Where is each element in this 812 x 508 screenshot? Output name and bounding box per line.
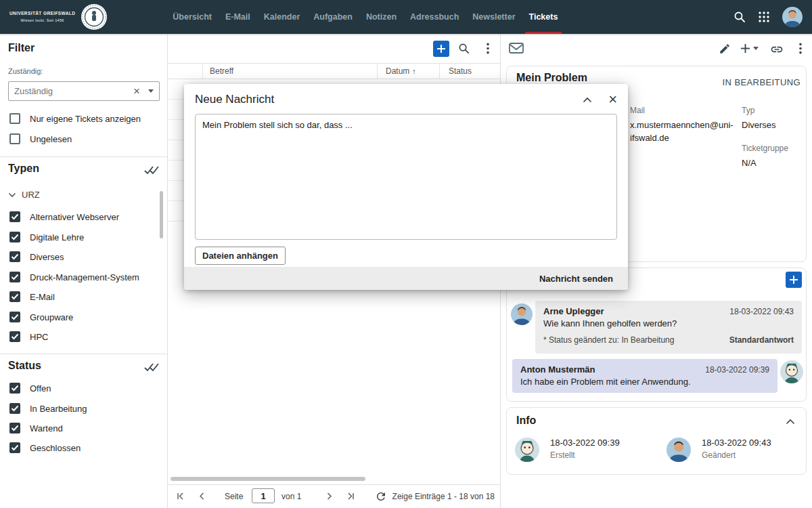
link-icon[interactable] (770, 43, 784, 56)
checkbox-unchecked-icon (9, 133, 20, 144)
apps-grid-icon[interactable] (758, 11, 770, 23)
info-entry-erstellt: 18-03-2022 09:39 Erstellt (515, 438, 620, 462)
type-group-urz[interactable]: URZ (8, 190, 40, 200)
page-of-label: von 1 (281, 492, 301, 501)
checkbox-checked-icon (9, 232, 20, 242)
ticketgruppe-field: Ticketgruppe N/A (742, 144, 788, 169)
nav-tab-uebersicht[interactable]: Übersicht (173, 0, 212, 34)
info-title: Info (516, 415, 536, 427)
checkbox-checked-icon (9, 272, 20, 282)
filter-option-eigene-tickets[interactable]: Nur eigene Tickets anzeigen (9, 112, 160, 125)
status-filter-geschlossen[interactable]: Geschlossen (9, 442, 160, 454)
nav-tab-newsletter[interactable]: Newsletter (472, 0, 515, 34)
filter-sidebar: Filter Zuständig: Zuständig × Nur eigene… (0, 34, 168, 508)
checkbox-checked-icon (9, 423, 20, 433)
add-dropdown-button[interactable] (740, 43, 759, 54)
typ-field: Typ Diverses (742, 106, 776, 131)
clear-icon[interactable]: × (133, 85, 140, 97)
collapse-dialog-icon[interactable] (581, 96, 593, 104)
university-logo-text: UNIVERSITÄT GREIFSWALD Wissen lockt. Sei… (9, 10, 75, 23)
sidebar-scrollbar[interactable] (160, 191, 163, 238)
list-more-options-icon[interactable] (484, 43, 491, 54)
avatar-anton-mustermaen (780, 360, 803, 383)
standard-reply-tag: Standardantwort (729, 335, 794, 345)
send-message-button[interactable]: Nachricht senden (535, 273, 617, 284)
type-filter-digitale-lehre[interactable]: Digitale Lehre (9, 231, 160, 243)
plus-icon (740, 43, 750, 54)
new-ticket-button[interactable] (433, 41, 449, 57)
last-page-button[interactable] (346, 492, 355, 501)
column-header-select[interactable] (168, 64, 203, 79)
nav-tab-tickets[interactable]: Tickets (529, 0, 558, 34)
caret-down-icon (753, 47, 759, 50)
checkbox-checked-icon (9, 312, 20, 322)
nav-tab-adressbuch[interactable]: Adressbuch (410, 0, 459, 34)
filter-title: Filter (8, 42, 35, 54)
info-card: Info 18-03-2022 09:39 Erstellt 18-03-202… (506, 407, 807, 475)
search-tickets-icon[interactable] (458, 43, 470, 54)
column-header-betreff[interactable]: Betreff (203, 64, 378, 79)
message-textarea[interactable]: Mein Problem stell sich so dar, dass ... (195, 114, 617, 240)
message-text: Wie kann Ihnen geholfen werden? (543, 318, 794, 329)
assignee-label: Zuständig: (8, 67, 43, 75)
checkbox-unchecked-icon (9, 113, 20, 124)
column-header-datum[interactable]: Datum ↑ (378, 64, 440, 79)
search-icon[interactable] (734, 11, 746, 23)
message-timestamp: 18-03-2022 09:39 (705, 365, 769, 375)
type-filter-alternativer-webserver[interactable]: Alternativer Webserver (9, 211, 160, 223)
type-filter-email[interactable]: E-Mail (9, 291, 160, 303)
add-message-button[interactable] (786, 272, 802, 288)
nav-tab-email[interactable]: E-Mail (225, 0, 250, 34)
nav-tab-aufgaben[interactable]: Aufgaben (313, 0, 353, 34)
type-filter-groupware[interactable]: Groupware (9, 311, 160, 323)
caret-down-icon[interactable] (148, 89, 154, 93)
checkbox-checked-icon (9, 331, 20, 342)
edit-icon[interactable] (719, 43, 731, 55)
pagination-bar: Seite von 1 Zeige Einträge 1 - 18 von 18 (168, 484, 500, 508)
dialog-footer: Nachricht senden (184, 267, 628, 290)
previous-page-button[interactable] (198, 492, 206, 501)
select-all-types-icon[interactable] (144, 165, 159, 175)
status-change-note: * Status geändert zu: In Bearbeitung (543, 335, 674, 345)
user-avatar[interactable] (782, 7, 803, 27)
column-header-status[interactable]: Status (440, 64, 500, 79)
message-item: Arne Uplegger 18-03-2022 09:43 Wie kann … (535, 301, 802, 354)
type-filter-diverses[interactable]: Diverses (9, 251, 160, 263)
range-info: Zeige Einträge 1 - 18 von 18 (392, 492, 495, 501)
created-timestamp: 18-03-2022 09:39 (550, 438, 620, 448)
message-text: Ich habe ein Problem mit einer Anwendung… (520, 377, 769, 387)
assignee-select-value: Zuständig (14, 86, 133, 96)
page-input[interactable] (252, 488, 275, 503)
horizontal-scrollbar[interactable] (171, 477, 365, 481)
type-filter-hpc[interactable]: HPC (9, 331, 160, 343)
message-timestamp: 18-03-2022 09:43 (729, 307, 794, 316)
type-filter-druck-management-system[interactable]: Druck-Management-System (9, 271, 160, 283)
university-logo[interactable]: UNIVERSITÄT GREIFSWALD Wissen lockt. Sei… (9, 3, 108, 30)
checkbox-checked-icon (9, 251, 20, 262)
checkbox-checked-icon (9, 383, 20, 394)
status-filter-wartend[interactable]: Wartend (9, 422, 160, 434)
collapse-info-icon[interactable] (786, 419, 795, 425)
dialog-title: Neue Nachricht (195, 93, 581, 106)
close-icon[interactable]: × (608, 92, 617, 107)
assignee-select[interactable]: Zuständig × (8, 81, 160, 101)
detail-more-options-icon[interactable] (797, 43, 804, 54)
sort-ascending-icon: ↑ (412, 67, 416, 75)
message-item: Anton Mustermän 18-03-2022 09:39 Ich hab… (512, 359, 777, 393)
attach-files-button[interactable]: Dateien anhängen (195, 247, 286, 265)
status-filter-offen[interactable]: Offen (9, 382, 160, 394)
checkbox-checked-icon (9, 442, 20, 453)
status-filter-in-bearbeitung[interactable]: In Bearbeitung (9, 402, 160, 415)
select-all-status-icon[interactable] (144, 362, 159, 372)
message-author: Arne Uplegger (543, 306, 604, 316)
message-author: Anton Mustermän (520, 364, 595, 375)
status-section-title: Status (8, 360, 41, 372)
refresh-icon[interactable] (375, 490, 387, 503)
first-page-button[interactable] (176, 492, 185, 501)
nav-tab-kalender[interactable]: Kalender (264, 0, 300, 34)
filter-option-ungelesen[interactable]: Ungelesen (9, 133, 160, 145)
dialog-header: Neue Nachricht × (184, 84, 628, 107)
next-page-button[interactable] (325, 492, 334, 501)
divider (0, 156, 167, 157)
nav-tab-notizen[interactable]: Notizen (366, 0, 397, 34)
